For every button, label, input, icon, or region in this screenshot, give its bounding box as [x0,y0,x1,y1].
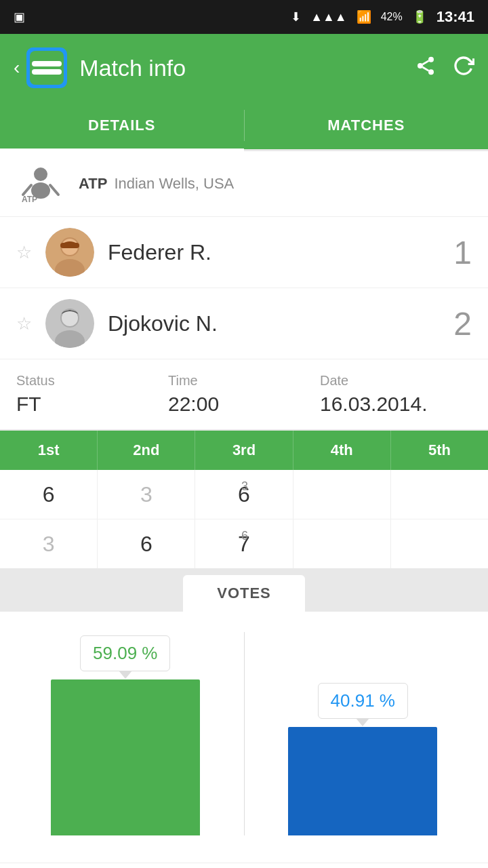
votes-content: 59.09 % 40.91 % [0,612,488,863]
share-icon[interactable] [415,55,436,81]
set-2-2: 6 [98,519,195,568]
svg-point-9 [34,167,47,181]
date-item: Date 16.03.2014. [320,373,472,416]
player-2-score: 2 [438,305,472,342]
app-bar-actions [415,55,474,81]
tournament-org: ATP [79,175,107,193]
vote-bar-player1: 59.09 % [20,635,230,835]
player-1-score: 1 [438,234,472,271]
time-item: Time 22:00 [168,373,320,416]
svg-line-8 [422,60,428,64]
battery-text: 42% [381,11,403,23]
match-card: ATP ATP Indian Wells, USA ☆ Federer R. 1 [0,151,488,429]
tab-details[interactable]: DETAILS [0,102,244,149]
set-2-1: 3 [0,519,98,568]
votes-counts-row: 403 279 [0,863,488,868]
set-1-5 [391,470,488,519]
status-time: 13:41 [436,8,474,26]
vote-bar-blue [288,727,437,835]
player-2-name: Djokovic N. [108,311,438,336]
player-1-star[interactable]: ☆ [16,242,32,263]
set-header-3: 3rd [195,431,293,470]
player-1-avatar [45,228,94,277]
vote-bar-green [51,679,200,835]
vote-percent-player2: 40.91 % [318,683,408,719]
sets-header: 1st 2nd 3rd 4th 5th [0,431,488,470]
tab-matches[interactable]: MATCHES [245,102,489,149]
player-1-row: ☆ Federer R. 1 [0,217,488,288]
set-header-5: 5th [391,431,488,470]
sets-body: 6 3 63 3 6 76 [0,470,488,568]
vote-divider [244,632,245,835]
svg-rect-18 [60,243,79,248]
time-label: Time [168,373,320,389]
atp-logo: ATP [16,165,65,203]
app-bar: ‹ Match info [0,34,488,102]
set-2-3: 76 [195,519,293,568]
main-content: ATP ATP Indian Wells, USA ☆ Federer R. 1 [0,151,488,868]
sets-row-2: 3 6 76 [0,519,488,568]
tournament-location: Indian Wells, USA [114,175,234,193]
vote-bar-player2: 40.91 % [258,683,468,835]
status-label: Status [16,373,168,389]
battery-icon: 🔋 [412,9,427,24]
svg-text:ATP: ATP [22,195,37,203]
votes-tab-row: VOTES [0,568,488,612]
svg-line-11 [23,185,31,195]
set-1-3: 63 [195,470,293,519]
set-header-2: 2nd [98,431,195,470]
refresh-icon[interactable] [453,55,474,81]
player-1-name: Federer R. [108,240,438,265]
votes-tab[interactable]: VOTES [183,575,305,612]
time-value: 22:00 [168,393,320,416]
sets-table: 1st 2nd 3rd 4th 5th 6 3 63 3 6 76 [0,431,488,568]
player-2-star[interactable]: ☆ [16,313,32,334]
set-header-4: 4th [293,431,391,470]
vote-percent-player1: 59.09 % [80,635,170,671]
player-2-row: ☆ Djokovic N. 2 [0,288,488,359]
page-title: Match info [79,55,415,81]
votes-section: VOTES 59.09 % 40.91 % 403 27 [0,568,488,868]
status-value: FT [16,393,168,416]
player-2-avatar [45,299,94,348]
set-2-5 [391,519,488,568]
set-2-4 [293,519,391,568]
tournament-row: ATP ATP Indian Wells, USA [0,151,488,217]
back-button[interactable]: ‹ [14,57,20,79]
set-1-1: 6 [0,470,98,519]
set-header-1: 1st [0,431,98,470]
svg-rect-2 [32,61,62,66]
svg-rect-1 [30,51,64,85]
svg-point-6 [428,69,434,75]
date-value: 16.03.2014. [320,393,472,416]
set-1-2: 3 [98,470,195,519]
match-meta: Status FT Time 22:00 Date 16.03.2014. [0,359,488,429]
svg-point-5 [418,63,423,68]
svg-line-7 [422,67,428,71]
svg-rect-3 [32,69,62,75]
svg-point-4 [428,56,434,62]
wifi-icon: ▲▲▲ [310,10,346,24]
signal-icon: 📶 [357,9,371,24]
app-notification-icon: ▣ [14,9,25,24]
app-logo [26,47,67,88]
svg-line-12 [50,185,58,195]
date-label: Date [320,373,472,389]
tab-bar: DETAILS MATCHES [0,102,488,151]
status-bar: ▣ ⬇ ▲▲▲ 📶 42% 🔋 13:41 [0,0,488,34]
set-1-4 [293,470,391,519]
sets-row-1: 6 3 63 [0,470,488,519]
status-item: Status FT [16,373,168,416]
download-icon: ⬇ [291,9,301,24]
